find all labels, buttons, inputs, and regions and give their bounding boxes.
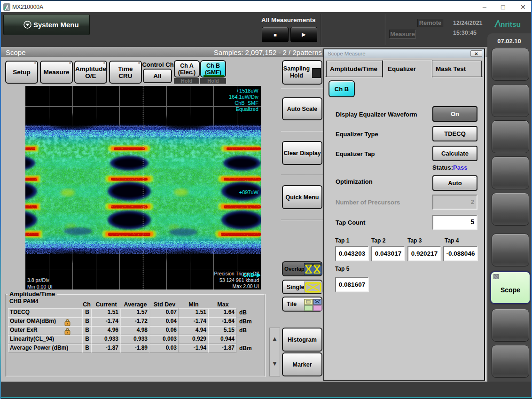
svg-text:Max 2.00 UI: Max 2.00 UI [232, 283, 259, 289]
svg-text:+897uW: +897uW [239, 189, 259, 195]
svg-text:164.1uW/Div: 164.1uW/Div [229, 94, 258, 100]
svg-text:+1518uW: +1518uW [236, 88, 259, 94]
svg-text:Equalized: Equalized [236, 106, 258, 112]
svg-text:ChB SMF: ChB SMF [235, 100, 258, 106]
svg-text:Min 0.00 UI: Min 0.00 UI [27, 284, 53, 289]
svg-text:3.8 ps/Div: 3.8 ps/Div [27, 277, 49, 283]
svg-text:nritsu: nritsu [501, 20, 521, 28]
svg-text:53 124 961 kbaud: 53 124 961 kbaud [219, 277, 259, 283]
